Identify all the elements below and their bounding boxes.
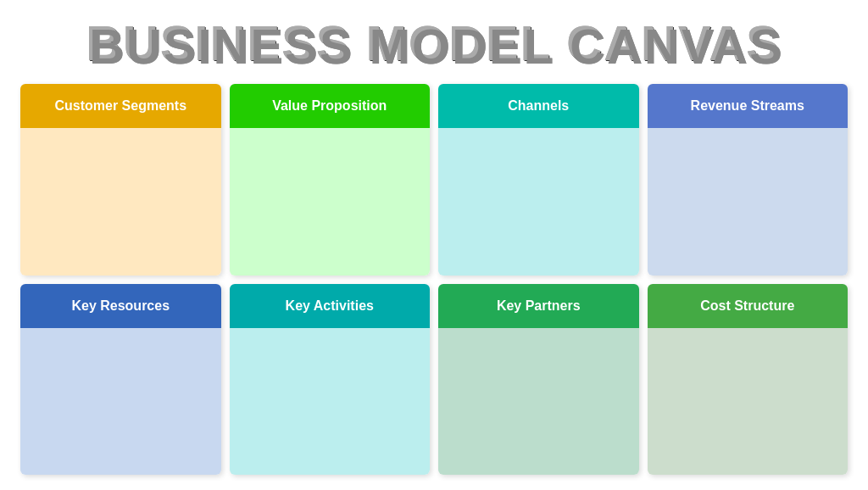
- row-top: Customer SegmentsValue PropositionChanne…: [20, 84, 848, 276]
- cell-body-channels: [438, 128, 639, 276]
- cell-header-channels: Channels: [438, 84, 639, 128]
- row-bottom: Key ResourcesKey ActivitiesKey PartnersC…: [20, 284, 848, 476]
- cell-key-resources: Key Resources: [20, 284, 221, 476]
- cell-header-key-activities: Key Activities: [230, 284, 431, 328]
- cell-customer-segments: Customer Segments: [20, 84, 221, 276]
- page-title: BUSINESS MODEL CANVAS: [86, 15, 782, 72]
- cell-body-key-resources: [20, 328, 221, 476]
- cell-body-revenue-streams: [648, 128, 849, 276]
- cell-body-key-partners: [438, 328, 639, 476]
- cell-body-customer-segments: [20, 128, 221, 276]
- cell-body-value-proposition: [230, 128, 431, 276]
- cell-revenue-streams: Revenue Streams: [648, 84, 849, 276]
- page: BUSINESS MODEL CANVAS Customer SegmentsV…: [0, 0, 868, 490]
- cell-header-customer-segments: Customer Segments: [20, 84, 221, 128]
- cell-channels: Channels: [438, 84, 639, 276]
- cell-value-proposition: Value Proposition: [230, 84, 431, 276]
- title-wrapper: BUSINESS MODEL CANVAS: [20, 15, 848, 72]
- canvas-grid: Customer SegmentsValue PropositionChanne…: [20, 84, 848, 475]
- cell-key-partners: Key Partners: [438, 284, 639, 476]
- cell-header-revenue-streams: Revenue Streams: [648, 84, 849, 128]
- cell-body-cost-structure: [648, 328, 849, 476]
- cell-header-key-partners: Key Partners: [438, 284, 639, 328]
- cell-header-value-proposition: Value Proposition: [230, 84, 431, 128]
- cell-cost-structure: Cost Structure: [648, 284, 849, 476]
- cell-body-key-activities: [230, 328, 431, 476]
- cell-header-cost-structure: Cost Structure: [648, 284, 849, 328]
- cell-header-key-resources: Key Resources: [20, 284, 221, 328]
- cell-key-activities: Key Activities: [230, 284, 431, 476]
